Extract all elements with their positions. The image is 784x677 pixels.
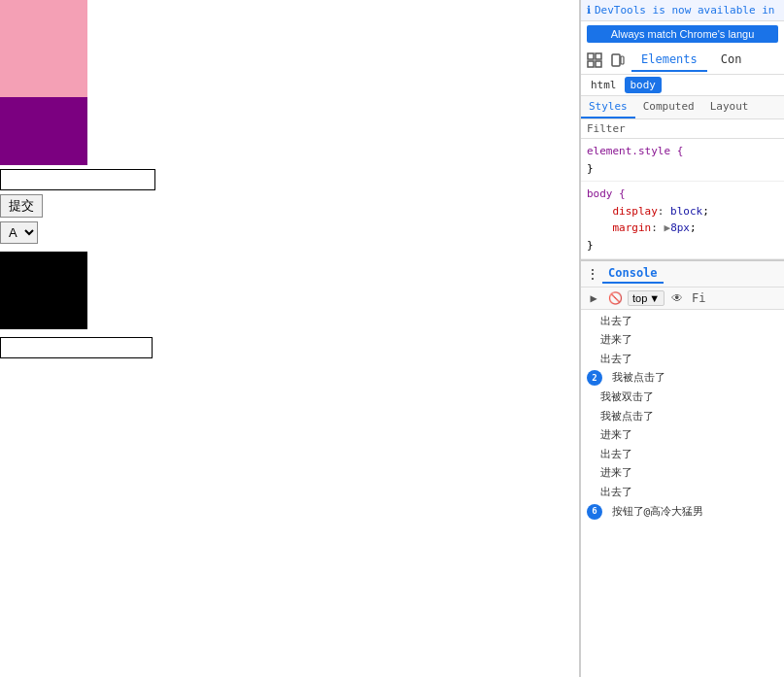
css-close-element: } — [587, 162, 594, 175]
console-eye-icon[interactable]: 👁 — [668, 289, 686, 307]
purple-box — [0, 97, 87, 165]
svg-rect-5 — [621, 56, 624, 64]
css-body-rule: body { display: block; margin: ▶8px; } — [581, 182, 784, 258]
console-msg-11: 6 按钮了@高冷大猛男 — [581, 502, 784, 522]
css-selector-element: element.style { — [587, 145, 683, 157]
webpage-panel: 提交 A B — [0, 0, 580, 677]
console-top-button[interactable]: top ▼ — [628, 290, 665, 306]
css-selector-body: body { — [587, 187, 626, 200]
console-clear-icon[interactable]: ▶ — [585, 289, 602, 307]
console-msg-5: 我被双击了 — [581, 388, 784, 407]
console-msg-4: 2 我被点击了 — [581, 368, 784, 388]
match-language-button[interactable]: Always match Chrome's langu — [587, 25, 778, 43]
console-msg-2: 进来了 — [581, 330, 784, 350]
tab-console-short[interactable]: Con — [711, 49, 752, 72]
top-chevron-icon: ▼ — [649, 292, 660, 304]
pink-box — [0, 0, 87, 97]
console-msg-6: 我被点击了 — [581, 407, 784, 426]
black-box — [0, 252, 87, 329]
tab-styles[interactable]: Styles — [581, 96, 635, 118]
filter-bar: Filter — [581, 119, 784, 139]
css-colon-1: : — [658, 205, 670, 218]
style-tabs: Styles Computed Layout — [581, 96, 784, 119]
console-msg-10: 出去了 — [581, 483, 784, 502]
svg-rect-1 — [596, 53, 601, 59]
text-input-1[interactable] — [0, 169, 155, 190]
console-tab[interactable]: Console — [602, 264, 664, 284]
svg-rect-2 — [588, 61, 594, 67]
css-colon-2: : — [651, 221, 664, 234]
css-value-margin: 8px — [670, 221, 690, 234]
devtools-info-bar: ℹ DevTools is now available in — [581, 0, 784, 21]
console-msg-9: 进来了 — [581, 463, 784, 483]
svg-rect-4 — [612, 54, 620, 66]
select-box[interactable]: A B — [0, 221, 38, 244]
svg-rect-0 — [588, 53, 594, 59]
device-icon[interactable] — [608, 51, 628, 70]
breadcrumb-body[interactable]: body — [625, 77, 663, 93]
console-msg-1: 出去了 — [581, 312, 784, 331]
console-filter-icon[interactable]: Fi — [690, 289, 707, 307]
devtools-panel: ℹ DevTools is now available in Always ma… — [580, 0, 784, 677]
svg-rect-3 — [596, 61, 601, 67]
css-value-display: block — [670, 205, 702, 218]
css-close-body: } — [587, 239, 594, 252]
badge-6: 6 — [587, 504, 602, 520]
css-semi-1: ; — [702, 205, 709, 218]
breadcrumb-html[interactable]: html — [585, 77, 623, 93]
console-toolbar: ▶ 🚫 top ▼ 👁 Fi — [581, 288, 784, 310]
css-prop-margin: margin — [613, 221, 652, 234]
console-menu-icon[interactable]: ⋮ — [587, 267, 598, 281]
console-header: ⋮ Console — [581, 259, 784, 288]
submit-button[interactable]: 提交 — [0, 194, 43, 218]
info-icon: ℹ — [587, 4, 591, 17]
css-semi-2: ; — [690, 221, 697, 234]
tab-layout[interactable]: Layout — [702, 96, 757, 118]
console-msg-7: 进来了 — [581, 425, 784, 445]
tab-computed[interactable]: Computed — [635, 96, 702, 118]
css-element-style: element.style { } — [581, 139, 784, 182]
console-msg-3: 出去了 — [581, 350, 784, 369]
info-text: DevTools is now available in — [595, 4, 774, 17]
devtools-toolbar: Elements Con — [581, 47, 784, 75]
console-messages: 出去了 进来了 出去了 2 我被点击了 我被双击了 我被点击了 进来了 出去了 … — [581, 310, 784, 677]
breadcrumb-bar: html body — [581, 75, 784, 96]
top-label: top — [632, 292, 647, 304]
console-msg-8: 出去了 — [581, 445, 784, 464]
css-prop-display: display — [613, 205, 658, 218]
inspect-icon[interactable] — [585, 51, 604, 70]
badge-2: 2 — [587, 370, 602, 386]
tab-elements[interactable]: Elements — [631, 49, 707, 72]
text-input-2[interactable] — [0, 337, 153, 358]
console-ban-icon[interactable]: 🚫 — [606, 289, 624, 307]
